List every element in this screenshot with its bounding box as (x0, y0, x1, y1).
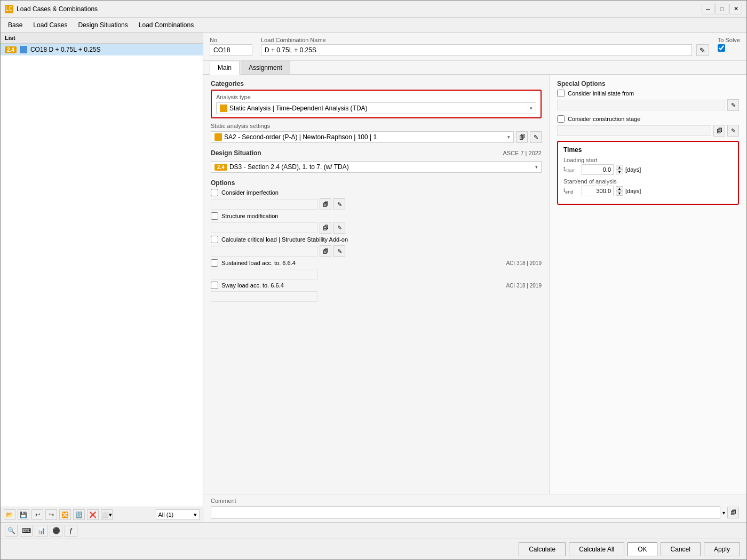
special-option-construction-stage-checkbox[interactable] (557, 115, 565, 123)
special-option-initial-state-checkbox[interactable] (557, 90, 565, 97)
title-bar: LC Load Cases & Combinations ─ □ ✕ (1, 1, 746, 18)
maximize-button[interactable]: □ (716, 4, 728, 14)
static-settings-edit[interactable]: ✎ (530, 131, 542, 143)
ds-badge: 2.4 (214, 164, 227, 171)
special-option-initial-state: Consider initial state from ✎ (557, 90, 739, 111)
no-group: No. (210, 37, 252, 56)
toolbar-open[interactable]: 📂 (4, 509, 15, 520)
toolbar-undo[interactable]: ↩ (31, 509, 43, 520)
calculate-all-button[interactable]: Calculate All (569, 542, 624, 556)
minimize-button[interactable]: ─ (702, 4, 714, 14)
categories-title: Categories (211, 80, 542, 87)
app-icon: LC (5, 5, 13, 13)
tab-assignment[interactable]: Assignment (241, 61, 290, 74)
apply-button[interactable]: Apply (704, 542, 740, 556)
name-input-row: ✎ (261, 44, 709, 56)
times-tstart-down[interactable]: ▼ (616, 170, 623, 174)
times-tend-up[interactable]: ▲ (616, 186, 623, 191)
ds-dropdown[interactable]: 2.4 DS3 - Section 2.4 (ASD), 1. to 7. (w… (211, 161, 542, 173)
options-section: Options Consider imperfection 🗐 ✎ (211, 179, 542, 304)
menu-base[interactable]: Base (3, 19, 28, 31)
bottom-calc[interactable]: ⌨ (20, 525, 33, 537)
option-sustained-load-aci: ACI 318 | 2019 (506, 260, 542, 266)
right-panel: No. Load Combination Name ✎ To Solve (203, 33, 746, 522)
list-item[interactable]: 2.4 CO18 D + 0.75L + 0.25S (1, 44, 203, 55)
option-imperfection-checkbox[interactable] (211, 189, 218, 196)
times-tstart-up[interactable]: ▲ (616, 165, 623, 170)
close-button[interactable]: ✕ (729, 4, 742, 14)
times-tend-unit: [days] (625, 188, 641, 194)
ds-arrow: ▾ (535, 164, 538, 170)
edit-button[interactable]: ✎ (696, 44, 709, 56)
window-title: Load Cases & Combinations (17, 5, 698, 13)
option-critical-load-copy[interactable]: 🗐 (320, 245, 331, 257)
analysis-type-row: Static Analysis | Time-Dependent Analysi… (216, 102, 536, 114)
static-settings-copy[interactable]: 🗐 (516, 131, 528, 143)
filter-text: All (1) (158, 511, 174, 518)
special-option-construction-stage-edit[interactable]: ✎ (727, 125, 739, 137)
bottom-dot[interactable]: ⚫ (50, 525, 62, 537)
option-sustained-load-checkbox[interactable] (211, 259, 218, 267)
menu-design-situations[interactable]: Design Situations (73, 19, 133, 31)
option-critical-load-edit[interactable]: ✎ (333, 245, 345, 257)
analysis-type-arrow: ▾ (530, 106, 533, 111)
static-settings-section: Static analysis settings SA2 - Second-or… (211, 123, 542, 143)
comment-dropdown-arrow: ▾ (722, 510, 725, 516)
option-sustained-load-label: Sustained load acc. to. 6.6.4 (221, 260, 296, 266)
comment-input[interactable] (211, 506, 720, 519)
static-settings-icon (214, 133, 222, 141)
option-structure-mod-check-row: Structure modification (211, 212, 542, 220)
to-solve-checkbox[interactable] (718, 44, 725, 52)
analysis-type-dropdown[interactable]: Static Analysis | Time-Dependent Analysi… (216, 102, 536, 114)
option-imperfection-label: Consider imperfection (221, 189, 279, 196)
special-option-construction-stage-copy[interactable]: 🗐 (713, 125, 725, 137)
left-panel: List 2.4 CO18 D + 0.75L + 0.25S 📂 💾 ↩ ↪ … (1, 33, 203, 522)
ok-button[interactable]: OK (627, 542, 657, 556)
filter-dropdown[interactable]: All (1) ▾ (156, 509, 200, 520)
cancel-button[interactable]: Cancel (661, 542, 701, 556)
no-input[interactable] (210, 44, 252, 56)
bottom-diagram[interactable]: 📊 (35, 525, 47, 537)
toolbar-delete[interactable]: ❌ (87, 509, 99, 520)
option-critical-load-checkbox[interactable] (211, 236, 218, 243)
toolbar-sort[interactable]: 🔀 (59, 509, 71, 520)
times-tend-input[interactable] (582, 186, 614, 196)
times-tend-down[interactable]: ▼ (616, 191, 623, 196)
name-input[interactable] (261, 44, 692, 56)
option-critical-load-label: Calculate critical load | Structure Stab… (221, 236, 348, 243)
static-settings-value: SA2 - Second-order (P-Δ) | Newton-Raphso… (224, 133, 377, 141)
comment-copy[interactable]: 🗐 (727, 507, 739, 518)
tabs-area: Main Assignment (203, 61, 746, 75)
ds-row: 2.4 DS3 - Section 2.4 (ASD), 1. to 7. (w… (211, 161, 542, 173)
option-structure-mod-checkbox[interactable] (211, 212, 218, 220)
option-structure-mod-input (211, 222, 317, 233)
option-structure-mod-copy[interactable]: 🗐 (320, 222, 331, 234)
special-option-construction-stage: Consider construction stage 🗐 ✎ (557, 115, 739, 137)
option-structure-mod-edit[interactable]: ✎ (333, 222, 345, 234)
bottom-search[interactable]: 🔍 (5, 525, 18, 537)
toolbar-number[interactable]: 🔢 (73, 509, 85, 520)
tab-main[interactable]: Main (210, 61, 240, 75)
option-sway-load-check-row: Sway load acc. to. 6.6.4 ACI 318 | 2019 (211, 282, 542, 289)
option-sway-load-checkbox[interactable] (211, 282, 218, 289)
option-imperfection-edit[interactable]: ✎ (333, 198, 345, 210)
special-option-initial-state-edit[interactable]: ✎ (727, 99, 739, 111)
toolbar-save[interactable]: 💾 (18, 509, 29, 520)
option-sustained-load-input-row (211, 269, 542, 279)
menu-load-combinations[interactable]: Load Combinations (133, 19, 199, 31)
calculate-button[interactable]: Calculate (519, 542, 566, 556)
menu-bar: Base Load Cases Design Situations Load C… (1, 18, 746, 33)
ds-value: DS3 - Section 2.4 (ASD), 1. to 7. (w/ TD… (229, 163, 349, 171)
categories-section: Categories Analysis type Static Analysis… (211, 80, 542, 143)
static-settings-dropdown[interactable]: SA2 - Second-order (P-Δ) | Newton-Raphso… (211, 131, 514, 143)
center-panel: Categories Analysis type Static Analysis… (203, 75, 549, 494)
option-sway-load-aci: ACI 318 | 2019 (506, 283, 542, 289)
static-settings-arrow: ▾ (507, 134, 510, 140)
menu-load-cases[interactable]: Load Cases (28, 19, 73, 31)
times-tstart-input[interactable] (582, 164, 614, 175)
window-controls: ─ □ ✕ (702, 4, 742, 14)
option-imperfection-copy[interactable]: 🗐 (320, 198, 331, 210)
toolbar-more[interactable]: ⬜▾ (101, 509, 113, 520)
bottom-function[interactable]: ƒ (65, 525, 77, 537)
toolbar-redo[interactable]: ↪ (45, 509, 57, 520)
